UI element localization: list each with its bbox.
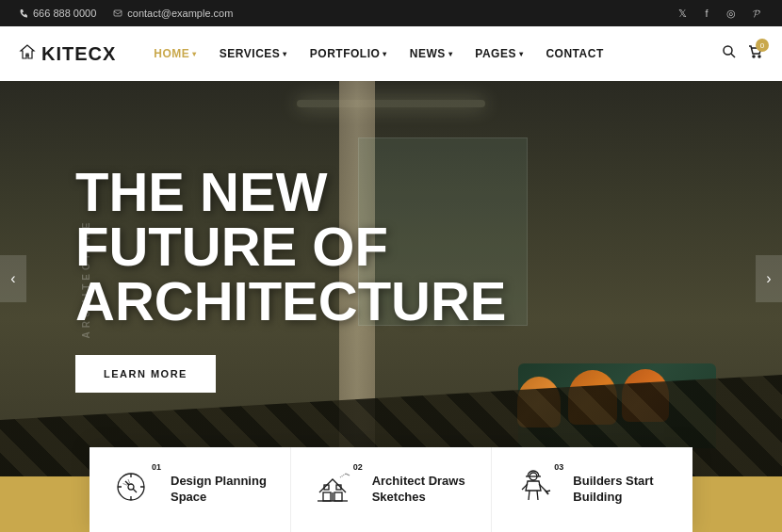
compass-icon	[110, 466, 152, 508]
worker-icon	[513, 466, 554, 508]
chevron-down-icon: ▾	[448, 50, 453, 58]
main-nav: HOME ▾ SERVICES ▾ PORTFOLIO ▾ NEWS ▾ PAG…	[144, 41, 722, 66]
card-text-3: Builders Start Building	[573, 474, 653, 506]
social-links: 𝕏 f ◎ 𝓟	[675, 6, 763, 21]
chevron-down-icon: ▾	[283, 50, 287, 58]
nav-item-news[interactable]: NEWS ▾	[400, 41, 463, 66]
card-text-1: Design Planning Space	[171, 474, 267, 506]
hero-title: THE NEW FUTURE OF ARCHITECTURE	[75, 165, 507, 329]
hero-title-line1: THE NEW	[75, 165, 507, 219]
hero-next-button[interactable]: ›	[756, 255, 782, 302]
svg-point-1	[724, 46, 732, 55]
svg-line-14	[346, 474, 350, 476]
twitter-icon[interactable]: 𝕏	[675, 6, 690, 21]
svg-line-13	[340, 474, 346, 477]
hero-title-line3: ARCHITECTURE	[75, 274, 507, 329]
email-info: contact@example.com	[113, 8, 233, 19]
facebook-icon[interactable]: f	[699, 6, 714, 21]
card-icon-wrap-3: 03	[513, 466, 560, 513]
card-text-2: Architect Draws Sketches	[372, 474, 465, 506]
top-bar-left: 666 888 0000 contact@example.com	[19, 8, 233, 19]
svg-point-4	[758, 56, 760, 57]
svg-point-3	[753, 56, 755, 57]
cart-badge: 0	[756, 39, 769, 52]
logo-icon	[19, 43, 36, 64]
card-number-1: 01	[152, 462, 161, 472]
hero-content: THE NEW FUTURE OF ARCHITECTURE LEARN MOR…	[75, 165, 507, 393]
page-wrapper: 666 888 0000 contact@example.com 𝕏 f ◎ 𝓟…	[0, 0, 782, 532]
chevron-down-icon: ▾	[383, 50, 387, 58]
hero-title-line2: FUTURE OF	[75, 219, 507, 274]
feature-cards: 01 Design Planning Space 0	[90, 447, 692, 532]
card-title-1: Design Planning Space	[171, 474, 267, 506]
svg-rect-8	[334, 492, 342, 501]
logo-text: KITECX	[41, 43, 116, 65]
svg-point-5	[118, 474, 144, 500]
nav-item-contact[interactable]: CONTACT	[536, 41, 612, 66]
header: KITECX HOME ▾ SERVICES ▾ PORTFOLIO ▾ NEW…	[0, 26, 782, 81]
hero-section: ARCHITECTURE THE NEW FUTURE OF ARCHITECT…	[0, 81, 782, 476]
nav-item-home[interactable]: HOME ▾	[144, 41, 206, 66]
logo[interactable]: KITECX	[19, 43, 116, 65]
svg-rect-0	[114, 10, 122, 16]
cart-icon[interactable]: 0	[748, 44, 763, 63]
card-number-3: 03	[554, 462, 563, 472]
svg-rect-7	[323, 492, 331, 501]
pinterest-icon[interactable]: 𝓟	[748, 6, 763, 21]
learn-more-button[interactable]: LEARN MORE	[75, 355, 216, 393]
search-icon[interactable]	[722, 44, 737, 63]
top-bar: 666 888 0000 contact@example.com 𝕏 f ◎ 𝓟	[0, 0, 782, 26]
email-address: contact@example.com	[127, 8, 233, 19]
card-title-3: Builders Start Building	[573, 474, 653, 506]
card-icon-wrap-1: 01	[110, 466, 157, 513]
phone-info: 666 888 0000	[19, 8, 96, 19]
card-number-2: 02	[353, 462, 363, 472]
house-sketch-icon	[312, 466, 353, 508]
chevron-down-icon: ▾	[192, 50, 197, 58]
chevron-down-icon: ▾	[519, 50, 524, 58]
header-actions: 0	[722, 44, 763, 63]
nav-item-portfolio[interactable]: PORTFOLIO ▾	[301, 41, 397, 66]
svg-line-21	[545, 490, 548, 494]
nav-item-services[interactable]: SERVICES ▾	[210, 41, 297, 66]
card-title-2: Architect Draws Sketches	[372, 474, 465, 506]
svg-line-22	[546, 491, 550, 492]
svg-line-2	[731, 54, 735, 57]
svg-line-20	[537, 491, 538, 500]
svg-line-19	[529, 491, 529, 500]
hero-prev-button[interactable]: ‹	[0, 255, 26, 302]
phone-number: 666 888 0000	[33, 8, 96, 19]
card-icon-wrap-2: 02	[312, 466, 359, 513]
nav-item-pages[interactable]: PAGES ▾	[465, 41, 532, 66]
feature-card-3: 03	[492, 447, 692, 532]
instagram-icon[interactable]: ◎	[724, 6, 739, 21]
feature-card-1: 01 Design Planning Space	[90, 447, 291, 532]
feature-card-2: 02 Arc	[291, 447, 493, 532]
